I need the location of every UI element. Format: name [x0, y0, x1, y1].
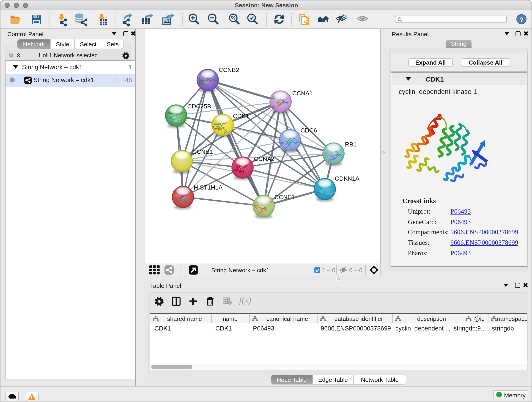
svg-text:CCNB1: CCNB1 — [192, 148, 213, 155]
svg-text:RB1: RB1 — [345, 141, 356, 148]
svg-text:CCNA2: CCNA2 — [254, 155, 274, 162]
svg-text:CCNB2: CCNB2 — [219, 66, 239, 73]
svg-text:CDC25B: CDC25B — [187, 103, 211, 110]
svg-text:CDKN1A: CDKN1A — [335, 175, 359, 182]
svg-text:CDC6: CDC6 — [300, 127, 317, 134]
svg-text:CDK1: CDK1 — [233, 113, 249, 119]
svg-text:CCNA1: CCNA1 — [292, 90, 312, 97]
svg-text:HIST1H1A: HIST1H1A — [194, 184, 222, 191]
svg-text:CCNE1: CCNE1 — [274, 194, 295, 201]
